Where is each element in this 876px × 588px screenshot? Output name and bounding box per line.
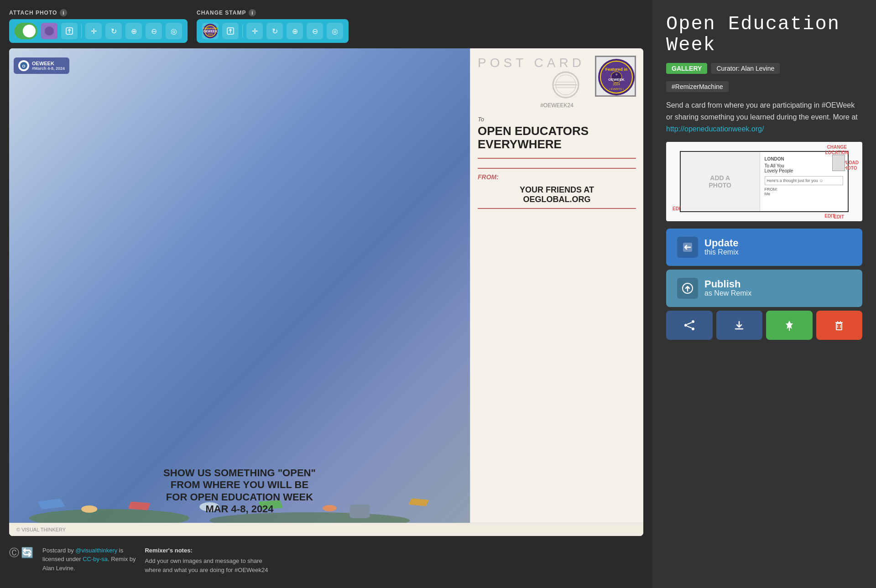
author-link[interactable]: @visualthinkery	[75, 547, 117, 554]
remixer-notes-label: Remixer's notes:	[145, 546, 643, 555]
change-stamp-label: CHANGE STAMP i	[197, 9, 349, 16]
remixer-notes: Remixer's notes: Add your own images and…	[145, 546, 643, 575]
svg-line-40	[687, 326, 692, 328]
stamp-zoom-in-btn[interactable]: ⊕	[287, 23, 303, 39]
stamp-rotate-btn[interactable]: ↻	[266, 23, 283, 39]
stamp-toolbar-divider	[242, 25, 243, 37]
publish-new-remix-button[interactable]: Publish as New Remix	[666, 270, 862, 307]
attribution-row: Ⓒ 🔄 Postcard by @visualthinkery is licen…	[9, 541, 643, 579]
photo-reset-btn[interactable]: ◎	[166, 23, 182, 39]
cc-badge: Ⓒ 🔄	[9, 546, 33, 560]
svg-line-39	[687, 323, 692, 324]
diagram-london-label: LONDON	[765, 156, 844, 161]
share-button[interactable]	[666, 311, 713, 340]
publish-label: Publish as New Remix	[704, 279, 751, 297]
svg-text:2024: 2024	[208, 33, 213, 36]
postcard-divider	[478, 158, 636, 159]
hashtag-postmark: #OEWEEK24	[478, 102, 636, 109]
postcard-bottom: © VISUAL THINKERY	[9, 523, 643, 536]
add-photo-label: ADD APHOTO	[709, 174, 731, 189]
photo-upload-btn[interactable]	[61, 23, 78, 39]
cc-icon: Ⓒ	[9, 546, 19, 560]
right-sidebar: Open Education Week GALLERY Curator: Ala…	[652, 0, 876, 588]
hashtag-row: #RemizerMachine	[666, 81, 862, 92]
attach-photo-label: ATTACH PHOTO i	[9, 9, 188, 16]
stamp-zoom-out-btn[interactable]: ⊖	[307, 23, 323, 39]
change-stamp-text: CHANGE STAMP	[197, 10, 246, 16]
small-buttons-row	[666, 311, 862, 340]
postcard-left-panel: O OEWEEK #March 4-8, 2024	[9, 48, 470, 523]
update-icon	[677, 237, 698, 258]
stamp-current-btn[interactable]: Featured in OEWEEK 2024	[202, 23, 219, 39]
toggle-dot	[23, 25, 36, 37]
change-stamp-info-icon[interactable]: i	[249, 9, 256, 16]
edit-label-bottom-right: EDIT	[834, 214, 844, 219]
sa-icon: 🔄	[21, 547, 33, 559]
svg-point-1	[45, 26, 54, 36]
delete-button[interactable]	[816, 311, 863, 340]
to-section: To OPEN EDUCATORS EVERYWHERE	[478, 116, 636, 151]
diagram-message-box: Here's a thought just for you ☺	[765, 176, 844, 185]
oeweek-logo-text: OEWEEK #March 4-8, 2024	[32, 61, 65, 71]
attr-text-1: Postcard by	[42, 547, 75, 554]
publish-main-text: Publish	[704, 279, 751, 289]
diagram-postcard: ADD APHOTO LONDON To All YouLovely Peopl…	[680, 151, 849, 212]
gallery-description: Send a card from where you are participa…	[666, 99, 862, 135]
gallery-tag[interactable]: GALLERY	[666, 63, 707, 74]
gallery-title: Open Education Week	[666, 14, 862, 56]
diagram-stamp-box	[832, 155, 845, 171]
photo-rotate-btn[interactable]: ↻	[105, 23, 122, 39]
postcard-title-text: POST CARD	[478, 56, 585, 70]
pin-button[interactable]	[766, 311, 813, 340]
postcard-canvas: O OEWEEK #March 4-8, 2024	[9, 48, 643, 536]
svg-rect-42	[836, 323, 842, 330]
photo-thumbnail-btn[interactable]	[41, 23, 57, 39]
visual-thinkery-attr: © VISUAL THINKERY	[16, 527, 66, 532]
svg-text:• EVENTS •: • EVENTS •	[609, 88, 624, 90]
publish-icon	[677, 278, 698, 299]
postcard-right-panel: POST CARD Featured in ⚙ OEWEEK	[470, 48, 643, 523]
description-text: Send a card from where you are participa…	[666, 101, 858, 121]
attach-photo-text: ATTACH PHOTO	[9, 10, 57, 16]
download-button[interactable]	[716, 311, 763, 340]
attach-photo-toggle[interactable]	[15, 23, 37, 39]
toolbar-divider	[81, 25, 82, 37]
publish-sub-text: as New Remix	[704, 289, 751, 297]
stamp-upload-btn[interactable]	[222, 23, 239, 39]
svg-text:OEWEEK: OEWEEK	[608, 78, 625, 82]
svg-point-38	[692, 328, 694, 330]
from-text: YOUR FRIENDS AT OEGLOBAL.ORG	[478, 185, 636, 209]
to-label: To	[478, 116, 636, 123]
oeweek-logo-circle: O	[18, 60, 29, 71]
svg-point-37	[684, 324, 687, 327]
postcard-top: O OEWEEK #March 4-8, 2024	[9, 48, 643, 523]
svg-text:Featured in: Featured in	[605, 67, 628, 72]
change-stamp-group: CHANGE STAMP i Featured in OEWEEK 2024	[197, 9, 349, 43]
photo-move-btn[interactable]: ✛	[85, 23, 102, 39]
description-link[interactable]: http://openeducationweek.org/	[666, 125, 764, 133]
attach-photo-info-icon[interactable]: i	[60, 9, 67, 16]
update-main-text: Update	[704, 238, 739, 248]
photo-zoom-in-btn[interactable]: ⊕	[125, 23, 142, 39]
attach-photo-toolbar: ✛ ↻ ⊕ ⊖ ◎	[9, 19, 188, 43]
show-text: SHOW US SOMETHING "OPEN" FROM WHERE YOU …	[18, 467, 461, 515]
from-label: FROM:	[478, 173, 636, 181]
stamp-container: Featured in ⚙ OEWEEK 2024 • EVENTS •	[595, 56, 636, 97]
license-link[interactable]: CC-by-sa	[83, 556, 108, 562]
update-label: Update this Remix	[704, 238, 739, 256]
photo-zoom-out-btn[interactable]: ⊖	[146, 23, 162, 39]
curator-tag: Curator: Alan Levine	[711, 63, 780, 74]
stamp-reset-btn[interactable]: ◎	[327, 23, 343, 39]
to-text: OPEN EDUCATORS EVERYWHERE	[478, 125, 636, 151]
action-buttons: Update this Remix Publish as New Remix	[666, 229, 862, 340]
update-remix-button[interactable]: Update this Remix	[666, 229, 862, 266]
diagram-left-box: ADD APHOTO	[681, 152, 760, 211]
postmark	[548, 71, 584, 100]
diagram-to-everyone: To All YouLovely People	[765, 163, 844, 173]
diagram-from-box: FROM:Me	[765, 187, 844, 196]
remixer-notes-text: Add your own images and message to share…	[145, 557, 643, 574]
svg-text:O: O	[22, 64, 25, 68]
stamp-move-btn[interactable]: ✛	[246, 23, 263, 39]
attribution-text: Postcard by @visualthinkery is licensed …	[42, 546, 136, 573]
hashtag-tag[interactable]: #RemizerMachine	[666, 81, 729, 92]
